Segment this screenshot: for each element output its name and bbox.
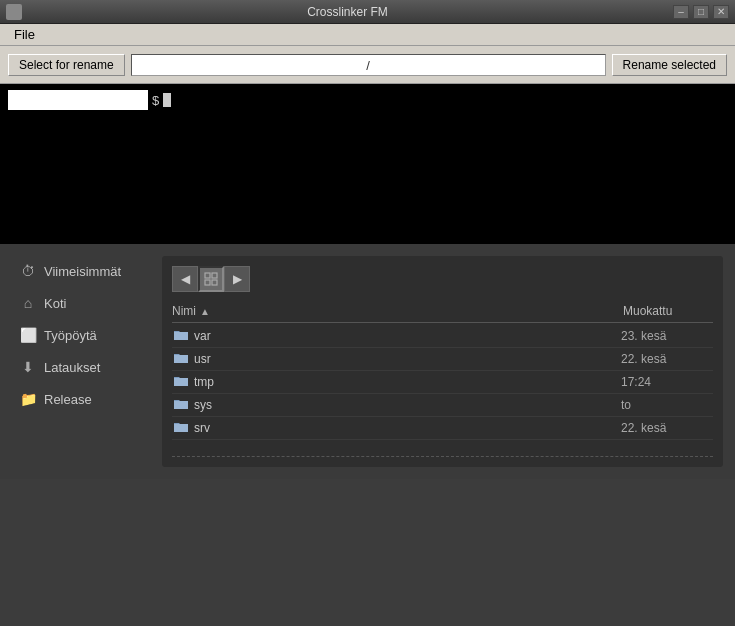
window-title: Crosslinker FM <box>22 5 673 19</box>
file-name: var <box>194 329 211 343</box>
col-name-header[interactable]: Nimi ▲ <box>172 304 623 318</box>
sidebar-item-home[interactable]: ⌂ Koti <box>12 288 154 318</box>
file-list-header: Nimi ▲ Muokattu <box>172 304 713 323</box>
file-modified: 23. kesä <box>621 329 711 343</box>
file-name-cell: var <box>174 329 621 343</box>
lower-section: ⏱ Viimeisimmät ⌂ Koti ⬜ Työpöytä ⬇ Latau… <box>0 244 735 479</box>
table-row[interactable]: var23. kesä <box>172 325 713 348</box>
svg-rect-1 <box>212 273 217 278</box>
menubar: File <box>0 24 735 46</box>
file-name: sys <box>194 398 212 412</box>
file-modified: 17:24 <box>621 375 711 389</box>
recent-icon: ⏱ <box>20 263 36 279</box>
maximize-btn[interactable]: □ <box>693 5 709 19</box>
nav-back-btn[interactable]: ◀ <box>172 266 198 292</box>
release-icon: 📁 <box>20 391 36 407</box>
folder-icon <box>174 398 188 412</box>
view-icon <box>204 272 218 286</box>
terminal-cursor <box>163 93 171 107</box>
terminal-input[interactable] <box>8 90 148 110</box>
folder-icon <box>174 421 188 435</box>
file-modified: 22. kesä <box>621 421 711 435</box>
main-content: ⏱ Viimeisimmät ⌂ Koti ⬜ Työpöytä ⬇ Latau… <box>0 244 735 479</box>
folder-icon <box>174 352 188 366</box>
sidebar-item-downloads-label: Lataukset <box>44 360 100 375</box>
close-btn[interactable]: ✕ <box>713 5 729 19</box>
table-row[interactable]: usr22. kesä <box>172 348 713 371</box>
dashed-separator <box>172 456 713 457</box>
rename-selected-button[interactable]: Rename selected <box>612 54 727 76</box>
sidebar: ⏱ Viimeisimmät ⌂ Koti ⬜ Työpöytä ⬇ Latau… <box>12 256 162 467</box>
terminal-dollar: $ <box>152 93 159 108</box>
file-name-cell: usr <box>174 352 621 366</box>
file-name-cell: tmp <box>174 375 621 389</box>
sidebar-item-recent-label: Viimeisimmät <box>44 264 121 279</box>
app-icon <box>6 4 22 20</box>
nav-forward-btn[interactable]: ▶ <box>224 266 250 292</box>
file-panel: ◀ ▶ Nimi ▲ <box>162 256 723 467</box>
select-for-rename-button[interactable]: Select for rename <box>8 54 125 76</box>
folder-icon <box>174 375 188 389</box>
sidebar-item-release-label: Release <box>44 392 92 407</box>
col-modified-header[interactable]: Muokattu <box>623 304 713 318</box>
sidebar-item-desktop-label: Työpöytä <box>44 328 97 343</box>
minimize-btn[interactable]: – <box>673 5 689 19</box>
terminal-prompt-row: $ <box>8 90 727 110</box>
downloads-icon: ⬇ <box>20 359 36 375</box>
file-name-cell: sys <box>174 398 621 412</box>
home-icon: ⌂ <box>20 295 36 311</box>
nav-view-btn[interactable] <box>198 266 224 292</box>
file-rows-container: var23. kesäusr22. kesätmp17:24systosrv22… <box>172 325 713 440</box>
desktop-icon: ⬜ <box>20 327 36 343</box>
menu-file[interactable]: File <box>8 25 41 44</box>
table-row[interactable]: systo <box>172 394 713 417</box>
path-display: / <box>131 54 606 76</box>
sidebar-item-desktop[interactable]: ⬜ Työpöytä <box>12 320 154 350</box>
file-list: Nimi ▲ Muokattu var23. kesäusr22. kesätm… <box>172 304 713 440</box>
sidebar-item-downloads[interactable]: ⬇ Lataukset <box>12 352 154 382</box>
svg-rect-2 <box>205 280 210 285</box>
sort-arrow: ▲ <box>200 306 210 317</box>
svg-rect-3 <box>212 280 217 285</box>
file-modified: 22. kesä <box>621 352 711 366</box>
sidebar-item-release[interactable]: 📁 Release <box>12 384 154 414</box>
sidebar-item-recent[interactable]: ⏱ Viimeisimmät <box>12 256 154 286</box>
toolbar: Select for rename / Rename selected <box>0 46 735 84</box>
titlebar: Crosslinker FM – □ ✕ <box>0 0 735 24</box>
window-controls: – □ ✕ <box>673 5 729 19</box>
folder-icon <box>174 329 188 343</box>
file-name-cell: srv <box>174 421 621 435</box>
nav-bar: ◀ ▶ <box>172 266 713 292</box>
terminal-area: $ <box>0 84 735 244</box>
table-row[interactable]: tmp17:24 <box>172 371 713 394</box>
table-row[interactable]: srv22. kesä <box>172 417 713 440</box>
file-modified: to <box>621 398 711 412</box>
svg-rect-0 <box>205 273 210 278</box>
file-name: usr <box>194 352 211 366</box>
file-name: srv <box>194 421 210 435</box>
sidebar-item-home-label: Koti <box>44 296 66 311</box>
file-name: tmp <box>194 375 214 389</box>
